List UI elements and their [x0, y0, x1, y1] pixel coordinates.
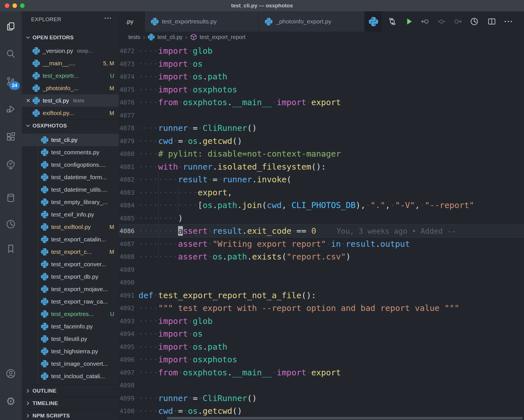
close-icon[interactable]: ✕	[24, 97, 33, 104]
code-line[interactable]: ····from·osxphotos.__main__·import·expor…	[119, 366, 524, 379]
code-line[interactable]: ····import·os.path	[119, 341, 524, 354]
python-environment-icon[interactable]	[365, 11, 382, 32]
code-line[interactable]: ····import·os	[119, 328, 524, 341]
step-forward-icon[interactable]	[452, 15, 464, 28]
extensions-icon[interactable]	[4, 130, 18, 144]
code-line[interactable]: ····import·glob	[119, 45, 524, 58]
code-line[interactable]: ····cwd·=·os.getcwd()	[119, 135, 524, 148]
code-line[interactable]: ····import·osxphotos	[119, 353, 524, 366]
code-line[interactable]: ····from·osxphotos.__main__·import·expor…	[119, 96, 524, 109]
bookmarks-icon[interactable]	[4, 242, 18, 256]
sidebar-section-timeline[interactable]: TIMELINE	[22, 397, 119, 410]
code-line[interactable]: ····runner·=·CliRunner()	[119, 122, 524, 135]
code-line[interactable]	[119, 276, 524, 289]
file-item[interactable]: test_exiftool.pyM	[22, 221, 119, 233]
code-line[interactable]: ········assert·result.exit_code·==·0You,…	[119, 225, 524, 238]
code-line[interactable]: ····# pylint: disable=not-context-manage…	[119, 148, 524, 161]
open-editor-item[interactable]: test_exportr...U	[22, 70, 119, 82]
open-editor-item[interactable]: __main__....5, M	[22, 57, 119, 70]
file-item[interactable]: test_datetime_form...	[22, 171, 119, 183]
breadcrumb-tests[interactable]: tests	[128, 34, 140, 40]
step-indicator-icon[interactable]	[435, 15, 448, 28]
file-item[interactable]: test_export_conver...	[22, 258, 119, 270]
tab-photoinfo_export[interactable]: _photoinfo_export.py	[259, 11, 365, 32]
code-line[interactable]: ····import·osxphotos	[119, 83, 524, 96]
code-line[interactable]: ············[os.path.join(cwd,·CLI_PHOTO…	[119, 199, 524, 212]
code-line[interactable]: ····import·glob	[119, 315, 524, 328]
file-item[interactable]: test_datetime_utils....	[22, 183, 119, 196]
code-line[interactable]: ····import·os	[119, 58, 524, 71]
test-tree-icon[interactable]	[4, 158, 18, 171]
source-control-icon[interactable]: 24	[4, 75, 18, 88]
code-line[interactable]	[119, 379, 524, 392]
sidebar-section-npm-scripts[interactable]: NPM SCRIPTS	[22, 409, 119, 420]
file-item[interactable]: test_incloud_catali...	[22, 370, 119, 382]
sidebar-section-outline[interactable]: OUTLINE	[22, 384, 119, 397]
file-item[interactable]: test_fileutil.py	[22, 333, 119, 345]
run-tests-icon[interactable]	[402, 15, 415, 28]
step-back-icon[interactable]	[419, 15, 431, 28]
code-line[interactable]: ····""" test export with --report option…	[119, 302, 524, 315]
zoom-window-button[interactable]	[20, 3, 25, 8]
file-item[interactable]: test_comments.py	[22, 146, 119, 159]
code-line[interactable]: ········assert·os.path.exists("report.cs…	[119, 250, 524, 263]
open-editor-item[interactable]: _version.pyosxp...	[22, 45, 119, 57]
run-and-debug-icon[interactable]	[4, 102, 18, 116]
git-status-badge: U	[110, 311, 114, 317]
code-line[interactable]: def·test_export_report_not_a_file():	[119, 289, 524, 302]
file-name: test_empty_library_...	[51, 199, 108, 205]
more-actions-icon[interactable]: ···	[503, 15, 515, 28]
code-line[interactable]: ········)	[119, 212, 524, 225]
tab-test_exportresults[interactable]: test_exportresults.py	[145, 11, 259, 32]
file-item[interactable]: test_image_convert...	[22, 358, 119, 370]
file-item[interactable]: test_configoptions....	[22, 159, 119, 171]
minimize-window-button[interactable]	[12, 3, 17, 8]
explorer-more-actions-icon[interactable]: ···	[104, 14, 112, 22]
open-editor-item[interactable]: exiftool.py...M	[22, 107, 119, 119]
search-icon[interactable]	[4, 47, 18, 60]
file-name: test_faceinfo.py	[51, 323, 93, 330]
code-line[interactable]: ····runner·=·CliRunner()	[119, 392, 524, 405]
code-line[interactable]	[119, 109, 524, 122]
code-line[interactable]: ········result·=·runner.invoke(	[119, 173, 524, 186]
python-file-icon	[41, 161, 48, 168]
git-status-badge: U	[110, 73, 114, 79]
open-editors-section-header[interactable]: OPEN EDITORS	[22, 31, 119, 44]
file-item[interactable]: test_faceinfo.py	[22, 320, 119, 333]
file-item[interactable]: test_exportres...U	[22, 308, 119, 320]
database-icon[interactable]	[4, 191, 18, 205]
explorer-icon[interactable]	[4, 20, 18, 34]
file-item[interactable]: test_export_catalin...	[22, 233, 119, 246]
code-editor[interactable]: 4072407340744075407640774078407940804081…	[119, 42, 524, 420]
code-line[interactable]: ········assert·"Writing export report"·i…	[119, 238, 524, 251]
project-section-header[interactable]: OSXPHOTOS	[22, 119, 119, 132]
split-editor-icon[interactable]	[486, 15, 498, 28]
file-item[interactable]: test_empty_library_...	[22, 196, 119, 208]
code-line[interactable]: ············export,	[119, 186, 524, 199]
gitlens-icon[interactable]	[4, 217, 18, 231]
breadcrumb-symbol[interactable]: test_export_report	[200, 34, 246, 40]
file-item[interactable]: test_cli.py	[22, 134, 119, 146]
open-editor-item[interactable]: _photoinfo_...M	[22, 82, 119, 94]
close-window-button[interactable]	[5, 3, 9, 8]
account-icon[interactable]	[4, 367, 18, 380]
git-blame-annotation: You, 3 weeks ago • Added --	[337, 227, 456, 235]
file-item[interactable]: test_exif_info.py	[22, 208, 119, 221]
file-item[interactable]: test_export_mojave...	[22, 283, 119, 295]
gitlens-graph-icon[interactable]	[468, 15, 480, 28]
file-name: test_datetime_form...	[51, 174, 107, 181]
horizontal-scrollbar[interactable]	[167, 417, 523, 419]
breadcrumb-file[interactable]: test_cli.py	[157, 34, 183, 40]
settings-gear-icon[interactable]: ⚙	[4, 395, 18, 408]
code-line[interactable]: ····import·os.path	[119, 70, 524, 83]
code-line[interactable]	[119, 263, 524, 276]
file-item[interactable]: test_highsierra.py	[22, 345, 119, 358]
tab-test_cli[interactable]: .py	[119, 11, 145, 32]
code-line[interactable]: ····cwd·=·os.getcwd()	[119, 405, 524, 418]
file-item[interactable]: test_export_raw_ca...	[22, 295, 119, 308]
open-editor-item[interactable]: ✕test_cli.pytests	[22, 94, 119, 107]
open-changes-icon[interactable]	[386, 15, 399, 28]
file-item[interactable]: test_export_c...M	[22, 246, 119, 258]
file-item[interactable]: test_export_db.py	[22, 270, 119, 283]
code-line[interactable]: ····with·runner.isolated_filesystem():	[119, 161, 524, 174]
